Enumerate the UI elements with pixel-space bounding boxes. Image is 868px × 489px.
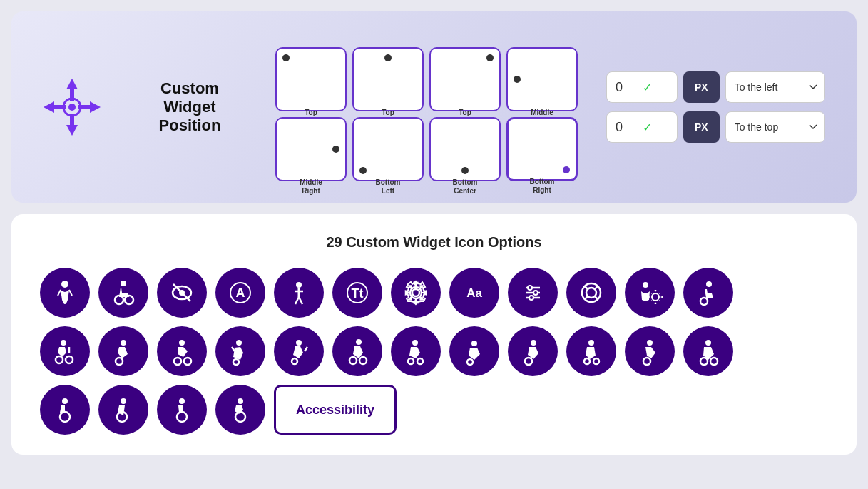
svg-line-24: [295, 297, 299, 304]
x-px-button[interactable]: PX: [683, 71, 720, 103]
svg-point-10: [61, 281, 68, 288]
svg-line-25: [299, 297, 302, 304]
position-bottom-left[interactable]: BottomLeft: [352, 117, 424, 181]
svg-point-35: [533, 291, 538, 295]
icon-wc8[interactable]: [566, 326, 616, 376]
svg-point-77: [705, 340, 711, 346]
svg-point-86: [238, 398, 243, 404]
position-top-left[interactable]: TopLeft: [275, 47, 347, 111]
icon-wc14[interactable]: [215, 385, 265, 435]
svg-line-12: [69, 290, 72, 296]
svg-point-63: [349, 357, 357, 364]
icon-wc9[interactable]: [625, 326, 675, 376]
y-direction-select[interactable]: To the top To the bottom: [725, 111, 825, 143]
x-direction-select[interactable]: To the left To the right: [725, 71, 825, 103]
position-card: Custom Widget Position TopLeft TopCenter…: [11, 11, 857, 203]
position-bottom-right[interactable]: BottomRight: [506, 117, 578, 181]
position-middle-left[interactable]: MiddleLeft: [506, 47, 578, 111]
position-middle-right[interactable]: MiddleRight: [275, 117, 347, 181]
svg-line-42: [595, 296, 598, 299]
svg-point-69: [467, 359, 473, 365]
icons-row-2: [40, 326, 828, 376]
position-top-center[interactable]: TopCenter: [352, 47, 424, 111]
icon-options-card: 29 Custom Widget Icon Options A: [11, 214, 857, 455]
svg-point-43: [643, 282, 648, 288]
position-grid: TopLeft TopCenter TopRight MiddleLeft Mi…: [275, 47, 578, 181]
svg-point-44: [652, 293, 659, 301]
svg-point-51: [121, 340, 126, 346]
svg-point-65: [412, 340, 418, 346]
svg-point-73: [584, 358, 590, 364]
svg-point-78: [700, 358, 708, 365]
icon-wc12[interactable]: [98, 385, 148, 435]
icon-wc3[interactable]: [274, 326, 324, 376]
svg-point-68: [471, 341, 477, 346]
svg-point-74: [593, 358, 599, 364]
icon-wc11[interactable]: [40, 385, 90, 435]
svg-point-46: [700, 298, 708, 305]
position-bottom-center[interactable]: BottomCenter: [429, 117, 501, 181]
svg-point-56: [236, 340, 242, 346]
icon-person-reach[interactable]: [215, 326, 265, 376]
svg-point-84: [179, 398, 185, 404]
svg-point-71: [525, 358, 532, 365]
icon-wc13[interactable]: [157, 385, 207, 435]
icon-eye-slash[interactable]: [157, 268, 207, 318]
move-icon: [40, 75, 104, 139]
svg-point-72: [588, 340, 594, 346]
svg-point-85: [177, 412, 187, 422]
icon-wheelchair-classic[interactable]: [98, 268, 148, 318]
icon-font-a[interactable]: A: [215, 268, 265, 318]
svg-point-62: [356, 339, 362, 345]
svg-point-70: [531, 340, 536, 346]
icon-person-accessibility[interactable]: [40, 268, 90, 318]
x-value-input[interactable]: 0: [616, 80, 637, 95]
svg-point-49: [66, 356, 73, 363]
svg-point-34: [528, 286, 532, 290]
svg-marker-4: [44, 101, 54, 113]
icon-options-title: 29 Custom Widget Icon Options: [40, 234, 828, 251]
icon-wc4[interactable]: [332, 326, 382, 376]
icons-grid: A Tt Aa: [40, 268, 828, 435]
icon-sliders[interactable]: [508, 268, 558, 318]
icon-aa[interactable]: Aa: [449, 268, 499, 318]
svg-point-66: [408, 358, 414, 364]
icon-wc7[interactable]: [508, 326, 558, 376]
accessibility-button[interactable]: Accessibility: [274, 385, 397, 435]
svg-point-21: [296, 282, 302, 288]
svg-point-36: [529, 296, 533, 300]
y-value-input[interactable]: 0: [616, 120, 637, 135]
svg-point-87: [235, 412, 245, 422]
svg-point-38: [586, 288, 596, 298]
icon-wc-lean1[interactable]: [40, 326, 90, 376]
svg-point-52: [116, 358, 123, 365]
icon-life-ring[interactable]: [566, 268, 616, 318]
svg-point-13: [121, 281, 126, 286]
position-controls: 0 ✓ PX To the left To the right 0 ✓ PX T…: [606, 71, 828, 143]
svg-line-61: [305, 347, 307, 351]
y-px-button[interactable]: PX: [683, 111, 720, 143]
icon-wc-lean2[interactable]: [98, 326, 148, 376]
icon-person-standing[interactable]: [274, 268, 324, 318]
icon-wc6[interactable]: [449, 326, 499, 376]
svg-point-28: [412, 289, 419, 296]
icon-person-gear[interactable]: [625, 268, 675, 318]
svg-point-75: [647, 340, 653, 346]
svg-point-47: [61, 340, 66, 346]
x-control-row: 0 ✓ PX To the left To the right: [606, 71, 828, 103]
icon-wc2[interactable]: [157, 326, 207, 376]
svg-marker-6: [90, 101, 101, 113]
icon-wc5[interactable]: [391, 326, 441, 376]
icon-wheelchair-alt[interactable]: [683, 268, 733, 318]
icon-text-size[interactable]: Tt: [332, 268, 382, 318]
svg-point-54: [174, 358, 181, 365]
svg-point-45: [706, 281, 712, 287]
svg-point-82: [121, 398, 126, 404]
svg-point-79: [710, 358, 718, 365]
position-top-right[interactable]: TopRight: [429, 47, 501, 111]
x-value-box: 0 ✓: [606, 71, 678, 103]
svg-line-57: [232, 347, 235, 351]
icon-gear[interactable]: [391, 268, 441, 318]
icons-row-3: Accessibility: [40, 385, 828, 435]
icon-wc10[interactable]: [683, 326, 733, 376]
